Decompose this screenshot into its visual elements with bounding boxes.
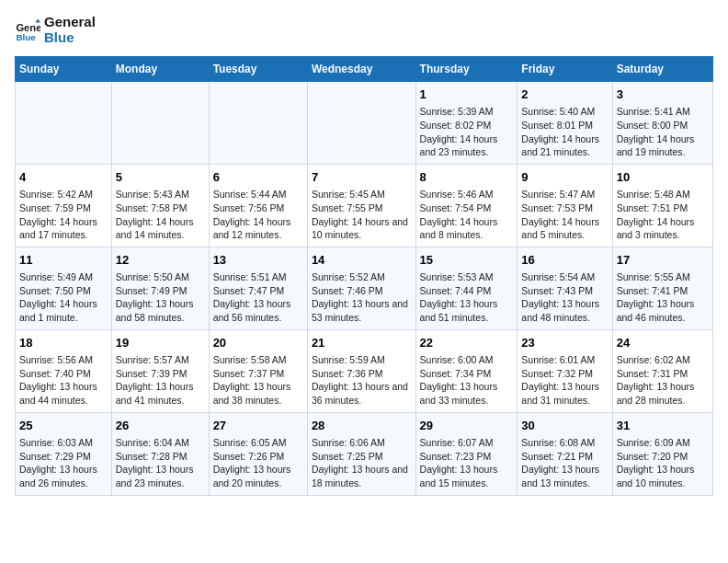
calendar-cell: 28Sunrise: 6:06 AM Sunset: 7:25 PM Dayli… bbox=[307, 412, 415, 495]
weekday-header-friday: Friday bbox=[518, 57, 612, 82]
day-number: 7 bbox=[312, 169, 412, 186]
cell-info: Sunrise: 5:47 AM Sunset: 7:53 PM Dayligh… bbox=[521, 188, 608, 242]
calendar-cell: 6Sunrise: 5:44 AM Sunset: 7:56 PM Daylig… bbox=[209, 164, 307, 247]
week-row-4: 18Sunrise: 5:56 AM Sunset: 7:40 PM Dayli… bbox=[16, 329, 713, 412]
calendar-cell bbox=[16, 82, 112, 165]
calendar-cell: 13Sunrise: 5:51 AM Sunset: 7:47 PM Dayli… bbox=[209, 247, 307, 329]
calendar-cell: 19Sunrise: 5:57 AM Sunset: 7:39 PM Dayli… bbox=[111, 329, 209, 412]
day-number: 28 bbox=[312, 418, 412, 434]
calendar-cell: 11Sunrise: 5:49 AM Sunset: 7:50 PM Dayli… bbox=[16, 247, 112, 329]
calendar-table: SundayMondayTuesdayWednesdayThursdayFrid… bbox=[15, 56, 713, 496]
calendar-cell: 18Sunrise: 5:56 AM Sunset: 7:40 PM Dayli… bbox=[16, 329, 112, 412]
week-row-2: 4Sunrise: 5:42 AM Sunset: 7:59 PM Daylig… bbox=[16, 164, 713, 247]
calendar-cell: 20Sunrise: 5:58 AM Sunset: 7:37 PM Dayli… bbox=[209, 329, 307, 412]
cell-info: Sunrise: 5:58 AM Sunset: 7:37 PM Dayligh… bbox=[213, 353, 303, 408]
calendar-cell: 12Sunrise: 5:50 AM Sunset: 7:49 PM Dayli… bbox=[111, 247, 209, 329]
calendar-cell bbox=[209, 82, 307, 165]
cell-info: Sunrise: 5:49 AM Sunset: 7:50 PM Dayligh… bbox=[19, 270, 108, 325]
svg-marker-2 bbox=[35, 18, 40, 22]
cell-info: Sunrise: 5:52 AM Sunset: 7:46 PM Dayligh… bbox=[312, 270, 412, 325]
day-number: 19 bbox=[116, 335, 205, 351]
calendar-cell: 26Sunrise: 6:04 AM Sunset: 7:28 PM Dayli… bbox=[111, 412, 209, 495]
calendar-cell: 25Sunrise: 6:03 AM Sunset: 7:29 PM Dayli… bbox=[16, 412, 112, 495]
cell-info: Sunrise: 6:01 AM Sunset: 7:32 PM Dayligh… bbox=[521, 353, 608, 408]
day-number: 8 bbox=[420, 169, 514, 186]
logo-text-line2: Blue bbox=[44, 30, 96, 46]
logo-text-line1: General bbox=[44, 15, 96, 30]
day-number: 31 bbox=[617, 418, 709, 434]
day-number: 6 bbox=[213, 169, 303, 186]
week-row-5: 25Sunrise: 6:03 AM Sunset: 7:29 PM Dayli… bbox=[16, 412, 713, 495]
weekday-header-row: SundayMondayTuesdayWednesdayThursdayFrid… bbox=[16, 57, 713, 82]
cell-info: Sunrise: 5:41 AM Sunset: 8:00 PM Dayligh… bbox=[617, 105, 709, 159]
day-number: 11 bbox=[19, 252, 108, 269]
day-number: 16 bbox=[521, 252, 608, 269]
day-number: 18 bbox=[19, 335, 108, 351]
calendar-cell bbox=[307, 82, 415, 165]
week-row-1: 1Sunrise: 5:39 AM Sunset: 8:02 PM Daylig… bbox=[16, 82, 713, 165]
cell-info: Sunrise: 5:40 AM Sunset: 8:01 PM Dayligh… bbox=[521, 105, 608, 159]
day-number: 20 bbox=[213, 335, 303, 351]
calendar-cell: 16Sunrise: 5:54 AM Sunset: 7:43 PM Dayli… bbox=[518, 247, 612, 329]
calendar-cell: 4Sunrise: 5:42 AM Sunset: 7:59 PM Daylig… bbox=[16, 164, 112, 247]
cell-info: Sunrise: 6:03 AM Sunset: 7:29 PM Dayligh… bbox=[19, 436, 108, 490]
day-number: 30 bbox=[521, 418, 608, 434]
day-number: 1 bbox=[420, 86, 514, 103]
day-number: 17 bbox=[617, 252, 709, 269]
cell-info: Sunrise: 5:54 AM Sunset: 7:43 PM Dayligh… bbox=[521, 270, 608, 325]
day-number: 14 bbox=[312, 252, 412, 269]
cell-info: Sunrise: 6:02 AM Sunset: 7:31 PM Dayligh… bbox=[617, 353, 709, 408]
day-number: 21 bbox=[312, 335, 412, 351]
calendar-cell: 5Sunrise: 5:43 AM Sunset: 7:58 PM Daylig… bbox=[111, 164, 209, 247]
day-number: 12 bbox=[116, 252, 205, 269]
day-number: 25 bbox=[19, 418, 108, 434]
day-number: 10 bbox=[617, 169, 709, 186]
day-number: 29 bbox=[420, 418, 514, 434]
cell-info: Sunrise: 5:44 AM Sunset: 7:56 PM Dayligh… bbox=[213, 188, 303, 242]
calendar-cell: 17Sunrise: 5:55 AM Sunset: 7:41 PM Dayli… bbox=[612, 247, 712, 329]
calendar-cell: 21Sunrise: 5:59 AM Sunset: 7:36 PM Dayli… bbox=[307, 329, 415, 412]
cell-info: Sunrise: 5:39 AM Sunset: 8:02 PM Dayligh… bbox=[420, 105, 514, 159]
cell-info: Sunrise: 5:50 AM Sunset: 7:49 PM Dayligh… bbox=[116, 270, 205, 325]
calendar-cell: 7Sunrise: 5:45 AM Sunset: 7:55 PM Daylig… bbox=[307, 164, 415, 247]
cell-info: Sunrise: 5:45 AM Sunset: 7:55 PM Dayligh… bbox=[312, 188, 412, 242]
weekday-header-saturday: Saturday bbox=[612, 57, 712, 82]
calendar-cell: 30Sunrise: 6:08 AM Sunset: 7:21 PM Dayli… bbox=[518, 412, 612, 495]
cell-info: Sunrise: 6:05 AM Sunset: 7:26 PM Dayligh… bbox=[213, 436, 303, 490]
page-header: General Blue General Blue bbox=[15, 15, 713, 45]
cell-info: Sunrise: 5:42 AM Sunset: 7:59 PM Dayligh… bbox=[19, 188, 108, 242]
cell-info: Sunrise: 6:04 AM Sunset: 7:28 PM Dayligh… bbox=[116, 436, 205, 490]
calendar-cell: 27Sunrise: 6:05 AM Sunset: 7:26 PM Dayli… bbox=[209, 412, 307, 495]
day-number: 26 bbox=[116, 418, 205, 434]
cell-info: Sunrise: 5:59 AM Sunset: 7:36 PM Dayligh… bbox=[312, 353, 412, 408]
day-number: 15 bbox=[420, 252, 514, 269]
calendar-cell: 31Sunrise: 6:09 AM Sunset: 7:20 PM Dayli… bbox=[612, 412, 712, 495]
weekday-header-wednesday: Wednesday bbox=[307, 57, 415, 82]
day-number: 4 bbox=[19, 169, 108, 186]
cell-info: Sunrise: 5:57 AM Sunset: 7:39 PM Dayligh… bbox=[116, 353, 205, 408]
day-number: 9 bbox=[521, 169, 608, 186]
cell-info: Sunrise: 5:51 AM Sunset: 7:47 PM Dayligh… bbox=[213, 270, 303, 325]
calendar-cell: 8Sunrise: 5:46 AM Sunset: 7:54 PM Daylig… bbox=[415, 164, 518, 247]
weekday-header-tuesday: Tuesday bbox=[209, 57, 307, 82]
calendar-cell: 22Sunrise: 6:00 AM Sunset: 7:34 PM Dayli… bbox=[415, 329, 518, 412]
cell-info: Sunrise: 6:00 AM Sunset: 7:34 PM Dayligh… bbox=[420, 353, 514, 408]
calendar-cell: 1Sunrise: 5:39 AM Sunset: 8:02 PM Daylig… bbox=[415, 82, 518, 165]
day-number: 5 bbox=[116, 169, 205, 186]
calendar-cell: 23Sunrise: 6:01 AM Sunset: 7:32 PM Dayli… bbox=[518, 329, 612, 412]
cell-info: Sunrise: 5:53 AM Sunset: 7:44 PM Dayligh… bbox=[420, 270, 514, 325]
logo-icon: General Blue bbox=[15, 17, 40, 43]
day-number: 22 bbox=[420, 335, 514, 351]
cell-info: Sunrise: 6:09 AM Sunset: 7:20 PM Dayligh… bbox=[617, 436, 709, 490]
cell-info: Sunrise: 5:46 AM Sunset: 7:54 PM Dayligh… bbox=[420, 188, 514, 242]
week-row-3: 11Sunrise: 5:49 AM Sunset: 7:50 PM Dayli… bbox=[16, 247, 713, 329]
cell-info: Sunrise: 6:08 AM Sunset: 7:21 PM Dayligh… bbox=[521, 436, 608, 490]
calendar-cell: 9Sunrise: 5:47 AM Sunset: 7:53 PM Daylig… bbox=[518, 164, 612, 247]
day-number: 23 bbox=[521, 335, 608, 351]
cell-info: Sunrise: 6:07 AM Sunset: 7:23 PM Dayligh… bbox=[420, 436, 514, 490]
calendar-cell: 10Sunrise: 5:48 AM Sunset: 7:51 PM Dayli… bbox=[612, 164, 712, 247]
calendar-cell: 14Sunrise: 5:52 AM Sunset: 7:46 PM Dayli… bbox=[307, 247, 415, 329]
day-number: 2 bbox=[521, 86, 608, 103]
day-number: 27 bbox=[213, 418, 303, 434]
cell-info: Sunrise: 5:55 AM Sunset: 7:41 PM Dayligh… bbox=[617, 270, 709, 325]
